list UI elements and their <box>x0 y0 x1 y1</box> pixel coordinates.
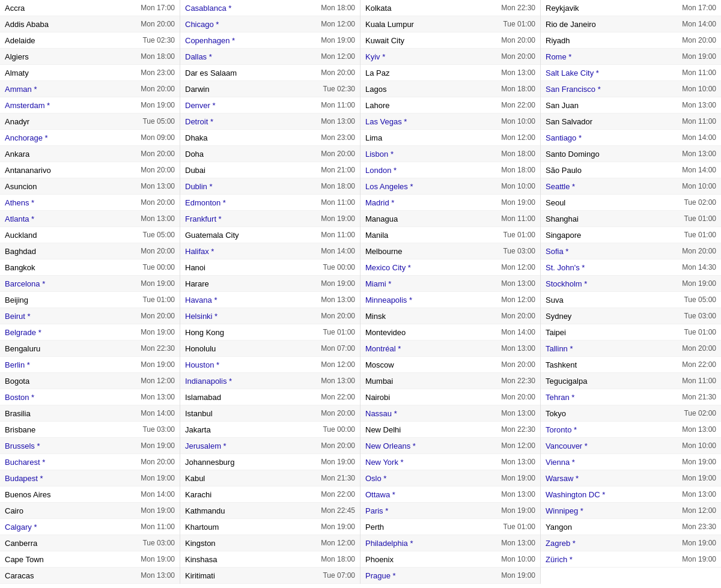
city-name[interactable]: Tehran * <box>546 393 574 402</box>
city-name[interactable]: Madrid * <box>365 198 394 207</box>
city-name[interactable]: Rome * <box>546 52 571 61</box>
city-name[interactable]: Minneapolis * <box>365 296 412 305</box>
city-time: Mon 09:00 <box>141 133 175 142</box>
table-row: MelbourneTue 03:00 <box>360 243 540 259</box>
city-name[interactable]: New York * <box>365 458 404 467</box>
city-name[interactable]: Montréal * <box>365 344 401 353</box>
city-name[interactable]: Washington DC * <box>546 490 605 499</box>
city-name[interactable]: Amsterdam * <box>5 101 50 110</box>
city-name[interactable]: Ottawa * <box>365 490 395 499</box>
city-name[interactable]: Denver * <box>185 101 216 110</box>
city-name[interactable]: Athens * <box>5 198 34 207</box>
city-name[interactable]: Calgary * <box>5 523 37 532</box>
city-name[interactable]: Berlin * <box>5 360 30 369</box>
city-name[interactable]: Zürich * <box>546 555 573 564</box>
city-time: Mon 20:00 <box>501 312 535 320</box>
city-name[interactable]: Mexico City * <box>365 263 411 272</box>
city-name[interactable]: Halifax * <box>185 247 214 256</box>
city-time: Mon 21:30 <box>321 474 355 482</box>
city-time: Mon 19:00 <box>501 198 535 207</box>
city-name[interactable]: Beirut * <box>5 312 31 321</box>
city-time: Mon 19:00 <box>501 474 535 482</box>
city-time: Mon 07:00 <box>321 344 355 353</box>
city-name: San Salvador <box>546 117 592 126</box>
city-name[interactable]: Winnipeg * <box>546 506 583 515</box>
city-name[interactable]: Anchorage * <box>5 133 48 142</box>
city-name[interactable]: Nassau * <box>365 409 397 418</box>
table-row: Ottawa *Mon 13:00 <box>360 486 540 503</box>
city-name[interactable]: Jerusalem * <box>185 441 227 450</box>
city-time: Mon 19:00 <box>321 458 355 466</box>
city-name[interactable]: New Orleans * <box>365 441 416 450</box>
city-name[interactable]: Atlanta * <box>5 214 34 223</box>
table-row: Detroit *Mon 13:00 <box>180 114 360 130</box>
city-name[interactable]: Frankfurt * <box>185 214 222 223</box>
city-name[interactable]: Philadelphia * <box>365 539 413 548</box>
city-name[interactable]: Stockholm * <box>546 279 587 288</box>
city-name[interactable]: Lisbon * <box>365 150 394 159</box>
city-name: Moscow <box>365 360 394 369</box>
city-name[interactable]: Chicago * <box>185 20 219 29</box>
city-name[interactable]: Edmonton * <box>185 198 226 207</box>
city-time: Tue 03:00 <box>142 425 175 434</box>
city-name: Brisbane <box>5 425 35 434</box>
city-name[interactable]: London * <box>365 166 397 175</box>
city-time: Mon 20:00 <box>141 247 175 255</box>
city-name[interactable]: Houston * <box>185 360 219 369</box>
table-row: Edmonton *Mon 11:00 <box>180 195 360 211</box>
table-row: Belgrade *Mon 19:00 <box>0 324 180 341</box>
city-name[interactable]: Oslo * <box>365 474 386 483</box>
city-name[interactable]: Boston * <box>5 393 34 402</box>
city-name[interactable]: Belgrade * <box>5 328 41 337</box>
city-name[interactable]: Vienna * <box>546 458 575 467</box>
city-name[interactable]: Dublin * <box>185 182 213 191</box>
city-name[interactable]: Zagreb * <box>546 539 576 548</box>
city-name[interactable]: Dallas * <box>185 52 212 61</box>
city-name[interactable]: Helsinki * <box>185 312 218 321</box>
city-name: Cape Town <box>5 555 44 564</box>
city-name[interactable]: Vancouver * <box>546 441 588 450</box>
city-time: Mon 20:00 <box>682 247 716 255</box>
city-time: Mon 19:00 <box>141 279 175 288</box>
city-name[interactable]: Las Vegas * <box>365 117 407 126</box>
city-name[interactable]: St. John's * <box>546 263 585 272</box>
city-name[interactable]: Paris * <box>365 506 388 515</box>
table-row: New Orleans *Mon 12:00 <box>360 438 540 454</box>
city-name[interactable]: San Francisco * <box>546 85 601 94</box>
city-name[interactable]: Sofia * <box>546 247 568 256</box>
city-name[interactable]: Detroit * <box>185 117 213 126</box>
city-name[interactable]: Warsaw * <box>546 474 579 483</box>
city-name: Tokyo <box>546 409 566 418</box>
city-time: Mon 13:00 <box>321 117 355 126</box>
city-time: Mon 18:00 <box>321 182 355 190</box>
city-name[interactable]: Havana * <box>185 296 217 305</box>
city-name: Kabul <box>185 474 205 483</box>
city-name[interactable]: Indianapolis * <box>185 377 232 386</box>
city-name[interactable]: Prague * <box>365 571 396 580</box>
table-row: Athens *Mon 20:00 <box>0 195 180 211</box>
city-name[interactable]: Casablanca * <box>185 4 231 13</box>
city-name[interactable]: Toronto * <box>546 425 577 434</box>
city-name[interactable]: Los Angeles * <box>365 182 413 191</box>
city-time: Mon 23:00 <box>321 133 355 142</box>
city-name[interactable]: Miami * <box>365 279 391 288</box>
table-row: Madrid *Mon 19:00 <box>360 195 540 211</box>
city-time: Mon 17:00 <box>141 4 175 12</box>
city-name[interactable]: Brussels * <box>5 441 40 450</box>
table-row: JohannesburgMon 19:00 <box>180 454 360 470</box>
city-name[interactable]: Tallinn * <box>546 344 573 353</box>
city-name: Phoenix <box>365 555 394 564</box>
table-row: Kuwait CityMon 20:00 <box>360 32 540 49</box>
city-name: Harare <box>185 279 209 288</box>
city-name[interactable]: Salt Lake City * <box>546 68 599 77</box>
city-name[interactable]: Budapest * <box>5 474 43 483</box>
city-name[interactable]: Seattle * <box>546 182 575 191</box>
city-time: Mon 20:00 <box>141 166 175 174</box>
city-name: Bengaluru <box>5 344 40 353</box>
city-name[interactable]: Barcelona * <box>5 279 45 288</box>
city-name[interactable]: Copenhagen * <box>185 36 235 45</box>
city-name[interactable]: Kyiv * <box>365 52 385 61</box>
city-name[interactable]: Bucharest * <box>5 458 45 467</box>
city-name[interactable]: Amman * <box>5 85 37 94</box>
city-name[interactable]: Santiago * <box>546 133 582 142</box>
